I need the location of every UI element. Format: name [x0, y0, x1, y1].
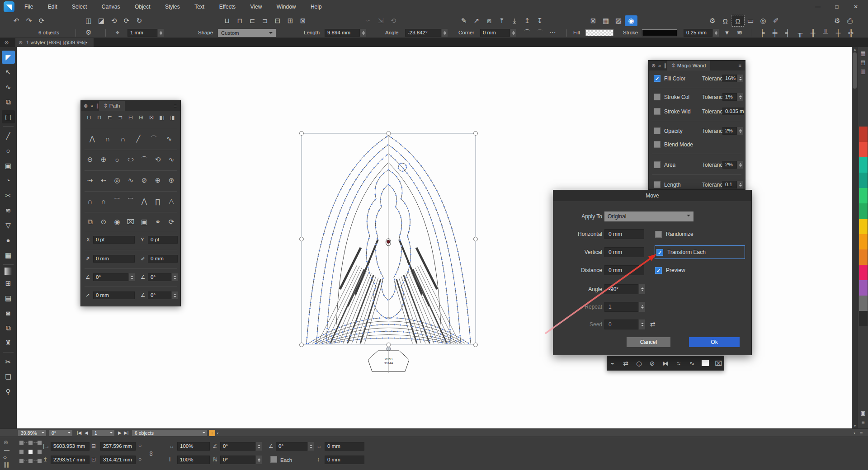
- path-panel-tab[interactable]: ⇕ Path: [99, 101, 125, 111]
- skew-y-field[interactable]: 0°: [220, 456, 255, 464]
- export-icon[interactable]: ↗: [470, 15, 483, 26]
- flip-horizontal-icon[interactable]: ◫: [82, 15, 95, 26]
- link-dimensions-icon[interactable]: ∞: [148, 451, 156, 456]
- combine-icon[interactable]: ⊠: [297, 15, 309, 26]
- distribute-v-icon[interactable]: ╬: [844, 27, 857, 38]
- y-field[interactable]: 0 pt: [148, 236, 178, 244]
- menu-window[interactable]: Window: [270, 0, 302, 14]
- rotate-path-icon[interactable]: ⟳: [165, 216, 178, 227]
- magnet-icon[interactable]: Ω: [719, 15, 731, 26]
- dialog-title[interactable]: Move: [553, 190, 751, 201]
- panel-pin-icon[interactable]: ∥: [96, 101, 99, 111]
- panel-code-icon[interactable]: ‹›: [3, 454, 7, 461]
- panel-menu-icon[interactable]: ≡: [739, 61, 741, 70]
- rotate-canvas-icon[interactable]: ⟲: [108, 15, 120, 26]
- zoom-icon[interactable]: ⚲: [2, 385, 15, 398]
- duplicate-path-icon[interactable]: ⧉: [84, 216, 96, 227]
- path-divide-icon[interactable]: ⊞: [137, 113, 146, 122]
- objects-dropdown[interactable]: 6 objects: [132, 430, 207, 436]
- panel-color-icon[interactable]: ▣: [858, 409, 868, 418]
- ok-button[interactable]: Ok: [689, 337, 740, 347]
- offset-field[interactable]: 0 mm: [93, 291, 135, 299]
- close-path-icon[interactable]: ⬭: [124, 154, 137, 165]
- increment-stepper[interactable]: [158, 29, 164, 37]
- corner-stepper[interactable]: [510, 29, 516, 37]
- handle-length-field[interactable]: 0 mm: [148, 255, 178, 263]
- blend-modes-icon[interactable]: ◉: [625, 15, 637, 26]
- fill-color-checkbox[interactable]: [654, 75, 660, 82]
- opacity-tolerance-field[interactable]: 2%: [722, 127, 737, 135]
- magic-wand-tab[interactable]: ⇕ Magic Wand: [667, 61, 710, 70]
- path-union-icon[interactable]: ⊔: [85, 113, 94, 122]
- stroke-width-field[interactable]: 0.25 mm: [684, 29, 712, 37]
- exclude-icon[interactable]: ⊐: [259, 15, 271, 26]
- corner-round-icon[interactable]: ⌒: [521, 27, 533, 38]
- bring-to-front-icon[interactable]: ⤒: [495, 15, 508, 26]
- send-to-back-icon[interactable]: ⤓: [508, 15, 521, 26]
- slice-icon[interactable]: ✂: [2, 355, 15, 368]
- menu-edit[interactable]: Edit: [42, 0, 64, 14]
- delete-segment-icon[interactable]: ⌧: [124, 216, 137, 227]
- break-nodes-icon[interactable]: ∩: [97, 196, 110, 207]
- redo-icon[interactable]: ↷: [23, 15, 35, 26]
- area-checkbox[interactable]: [654, 161, 660, 168]
- magnet-snap-icon[interactable]: Ω: [731, 15, 744, 26]
- mirror-transform-icon[interactable]: ⧉: [2, 95, 15, 108]
- smooth-path-icon[interactable]: ∿: [165, 154, 178, 165]
- scale-frame-icon[interactable]: ⇲: [374, 15, 387, 26]
- path-outline-icon[interactable]: ◨: [168, 113, 177, 122]
- node-smooth-icon[interactable]: ∩: [101, 133, 114, 144]
- length-tolerance-field[interactable]: 0.1: [722, 181, 737, 188]
- stroke-tolerance-field[interactable]: 1%: [722, 93, 737, 101]
- menu-object[interactable]: Object: [128, 0, 157, 14]
- menu-text[interactable]: Text: [188, 0, 211, 14]
- repeat-stepper[interactable]: [639, 302, 645, 312]
- fill-swatch[interactable]: [585, 29, 613, 36]
- status-menu-icon[interactable]: ≡: [860, 429, 863, 437]
- segment-curve-icon[interactable]: ⌒: [147, 133, 160, 144]
- skew-x-field[interactable]: 0°: [220, 442, 255, 451]
- flatten-icon[interactable]: ⊘: [138, 175, 151, 186]
- fill-white-icon[interactable]: [699, 358, 711, 369]
- vertical-field[interactable]: 0 mm: [604, 247, 644, 257]
- workspace-icon[interactable]: ⎙: [844, 15, 856, 26]
- each-checkbox[interactable]: [270, 456, 277, 463]
- close-button[interactable]: ✕: [846, 0, 865, 14]
- merge-icon[interactable]: ⊞: [284, 15, 297, 26]
- artboard-icon[interactable]: ❏: [2, 370, 15, 383]
- stroke-color-checkbox[interactable]: [654, 94, 660, 100]
- distribute-nodes-icon[interactable]: ⌒: [124, 196, 137, 207]
- segment-line-icon[interactable]: ╱: [132, 133, 145, 144]
- vertical-scrollbar[interactable]: ▲ ▼: [852, 47, 858, 428]
- rotation-dropdown[interactable]: 0°: [49, 430, 72, 436]
- apply-to-dropdown[interactable]: Original: [604, 212, 693, 221]
- menu-canvas[interactable]: Canvas: [95, 0, 127, 14]
- dx-field[interactable]: 0 mm: [325, 442, 364, 451]
- spiral-icon[interactable]: ◎: [111, 175, 123, 186]
- subtract-icon[interactable]: ⊓: [233, 15, 246, 26]
- menu-view[interactable]: View: [244, 0, 269, 14]
- scale-x-field[interactable]: 100%: [177, 442, 210, 451]
- symbols-icon[interactable]: ⧉: [2, 321, 15, 334]
- style-gear-icon[interactable]: ⚙: [82, 27, 95, 38]
- bend-icon[interactable]: ∽: [362, 15, 374, 26]
- knife-icon[interactable]: ✂: [2, 189, 15, 202]
- undo-icon[interactable]: ↶: [10, 15, 23, 26]
- split-icon[interactable]: ⌁: [607, 358, 618, 369]
- panel-menu-icon[interactable]: ≡: [174, 101, 177, 111]
- distribute-h-icon[interactable]: ┼: [832, 27, 844, 38]
- scroll-down-icon[interactable]: ▼: [853, 424, 857, 428]
- seed-stepper[interactable]: [639, 320, 645, 329]
- area-tolerance-field[interactable]: 2%: [722, 161, 737, 169]
- y-position-field[interactable]: 2293.517 mm: [51, 456, 90, 464]
- align-top-icon[interactable]: ╥: [794, 27, 807, 38]
- node-symmetric-icon[interactable]: ∩: [117, 133, 129, 144]
- marquee-icon[interactable]: ▢: [2, 110, 15, 123]
- collapse-tray-icon[interactable]: ↓: [209, 430, 215, 436]
- trash-icon[interactable]: ⌧: [713, 358, 724, 369]
- blend-mode-checkbox[interactable]: [654, 141, 660, 148]
- pattern-icon[interactable]: ▤: [2, 291, 15, 305]
- align-right-icon[interactable]: ╡: [781, 27, 794, 38]
- color-swatch-strip[interactable]: [859, 127, 868, 326]
- select-icon[interactable]: ◤: [2, 51, 15, 64]
